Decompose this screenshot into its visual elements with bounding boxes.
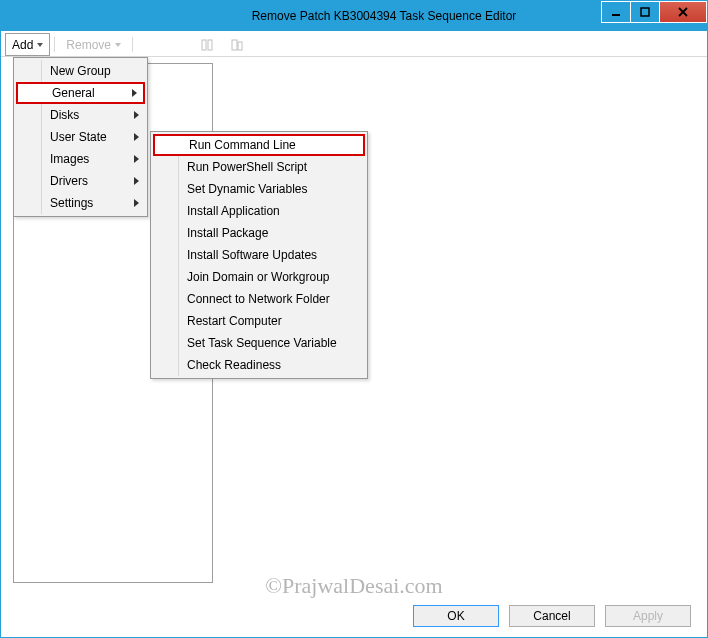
general-submenu: Run Command LineRun PowerShell ScriptSet… <box>150 131 368 379</box>
menu-item-label: Images <box>50 152 89 166</box>
chevron-down-icon <box>37 43 43 47</box>
menu-item-label: Install Software Updates <box>187 248 317 262</box>
general-menu-item-run-powershell-script[interactable]: Run PowerShell Script <box>153 156 365 178</box>
submenu-arrow-icon <box>134 111 139 119</box>
minimize-button[interactable] <box>601 1 631 23</box>
submenu-arrow-icon <box>134 177 139 185</box>
general-menu-item-install-application[interactable]: Install Application <box>153 200 365 222</box>
menu-item-label: Run PowerShell Script <box>187 160 307 174</box>
general-menu-item-install-software-updates[interactable]: Install Software Updates <box>153 244 365 266</box>
menu-item-label: Run Command Line <box>189 138 296 152</box>
maximize-button[interactable] <box>630 1 660 23</box>
general-menu-item-install-package[interactable]: Install Package <box>153 222 365 244</box>
svg-rect-2 <box>202 40 206 50</box>
add-dropdown-button[interactable]: Add <box>5 33 50 56</box>
menu-item-label: Restart Computer <box>187 314 282 328</box>
toolbar-icon-button-2[interactable] <box>223 33 251 56</box>
general-menu-item-join-domain-or-workgroup[interactable]: Join Domain or Workgroup <box>153 266 365 288</box>
menu-item-label: General <box>52 86 95 100</box>
menu-item-label: Join Domain or Workgroup <box>187 270 330 284</box>
toolbar-separator <box>132 37 133 52</box>
menu-item-label: Drivers <box>50 174 88 188</box>
menu-item-label: Set Task Sequence Variable <box>187 336 337 350</box>
svg-rect-1 <box>641 8 649 16</box>
menu-item-label: Install Package <box>187 226 268 240</box>
add-menu-item-images[interactable]: Images <box>16 148 145 170</box>
close-icon <box>676 5 690 19</box>
remove-label: Remove <box>66 38 111 52</box>
menu-item-label: Check Readiness <box>187 358 281 372</box>
add-menu-item-general[interactable]: General <box>16 82 145 104</box>
dialog-buttons: OK Cancel Apply <box>1 595 707 637</box>
titlebar[interactable]: Remove Patch KB3004394 Task Sequence Edi… <box>1 1 707 31</box>
menu-item-label: Settings <box>50 196 93 210</box>
task-sequence-editor-window: Remove Patch KB3004394 Task Sequence Edi… <box>0 0 708 638</box>
submenu-arrow-icon <box>134 199 139 207</box>
options-icon <box>230 38 244 52</box>
add-menu-item-settings[interactable]: Settings <box>16 192 145 214</box>
add-menu-item-drivers[interactable]: Drivers <box>16 170 145 192</box>
menu-item-label: Install Application <box>187 204 280 218</box>
window-controls <box>602 1 707 23</box>
properties-icon <box>200 38 214 52</box>
general-menu-item-restart-computer[interactable]: Restart Computer <box>153 310 365 332</box>
menu-item-label: User State <box>50 130 107 144</box>
svg-rect-5 <box>238 42 242 50</box>
chevron-down-icon <box>115 43 121 47</box>
svg-rect-4 <box>232 40 237 50</box>
maximize-icon <box>638 5 652 19</box>
submenu-arrow-icon <box>132 89 137 97</box>
menu-item-label: Set Dynamic Variables <box>187 182 308 196</box>
add-menu: New GroupGeneralDisksUser StateImagesDri… <box>13 57 148 217</box>
svg-rect-3 <box>208 40 212 50</box>
svg-rect-0 <box>612 14 620 16</box>
toolbar: Add Remove <box>1 31 707 57</box>
cancel-button[interactable]: Cancel <box>509 605 595 627</box>
minimize-icon <box>609 5 623 19</box>
content-area: New GroupGeneralDisksUser StateImagesDri… <box>1 57 707 595</box>
general-menu-item-set-task-sequence-variable[interactable]: Set Task Sequence Variable <box>153 332 365 354</box>
apply-button: Apply <box>605 605 691 627</box>
remove-dropdown-button[interactable]: Remove <box>59 33 128 56</box>
submenu-arrow-icon <box>134 133 139 141</box>
menu-item-label: Disks <box>50 108 79 122</box>
general-menu-item-connect-to-network-folder[interactable]: Connect to Network Folder <box>153 288 365 310</box>
menu-item-label: Connect to Network Folder <box>187 292 330 306</box>
ok-button[interactable]: OK <box>413 605 499 627</box>
toolbar-icon-button-1[interactable] <box>193 33 221 56</box>
add-menu-item-new-group[interactable]: New Group <box>16 60 145 82</box>
toolbar-separator <box>54 37 55 52</box>
close-button[interactable] <box>659 1 707 23</box>
add-menu-item-disks[interactable]: Disks <box>16 104 145 126</box>
general-menu-item-run-command-line[interactable]: Run Command Line <box>153 134 365 156</box>
menu-item-label: New Group <box>50 64 111 78</box>
add-menu-item-user-state[interactable]: User State <box>16 126 145 148</box>
add-label: Add <box>12 38 33 52</box>
submenu-arrow-icon <box>134 155 139 163</box>
general-menu-item-check-readiness[interactable]: Check Readiness <box>153 354 365 376</box>
general-menu-item-set-dynamic-variables[interactable]: Set Dynamic Variables <box>153 178 365 200</box>
